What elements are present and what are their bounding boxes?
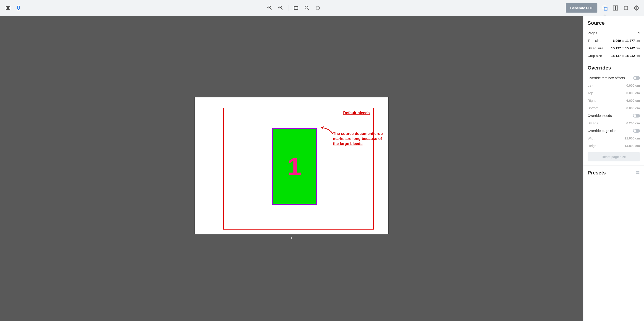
svg-text:1: 1 <box>306 7 307 9</box>
height-value: 14.800 cm <box>624 144 640 148</box>
svg-rect-0 <box>6 7 8 10</box>
crop-mark <box>265 128 271 128</box>
svg-point-29 <box>636 7 638 9</box>
tab-source-icon[interactable] <box>602 5 608 11</box>
page-number: 1 <box>288 152 302 181</box>
page-label: 1 <box>291 236 292 240</box>
svg-line-9 <box>281 9 283 10</box>
top-value: 0.000 cm <box>626 91 640 95</box>
bleed-size-value: 15.137 x 15.242cm <box>611 47 640 50</box>
crop-mark <box>272 121 272 127</box>
generate-pdf-button[interactable]: Generate PDF <box>566 3 598 13</box>
top-label: Top <box>588 91 593 95</box>
crop-mark <box>318 205 324 205</box>
source-title: Source <box>588 20 640 26</box>
crop-mark <box>317 205 317 211</box>
bleed-size-label: Bleed size <box>588 46 603 50</box>
override-bleeds-label: Override bleeds <box>588 114 612 118</box>
svg-marker-34 <box>321 126 324 129</box>
svg-rect-37 <box>636 173 638 174</box>
canvas-area[interactable]: 1 Default bleeds The source document cro… <box>0 16 583 321</box>
page-preview: 1 Default bleeds The source document cro… <box>194 97 389 234</box>
presets-grid-icon[interactable] <box>636 171 640 175</box>
zoom-actual-icon[interactable]: 1 <box>304 5 310 12</box>
separator <box>288 5 288 11</box>
left-value: 0.000 cm <box>626 84 640 87</box>
pages-label: Pages <box>588 31 598 35</box>
trim-size-value: 6.969 x 11.777cm <box>613 39 640 43</box>
override-bleeds-toggle[interactable] <box>633 114 640 118</box>
svg-rect-23 <box>624 6 628 10</box>
svg-point-28 <box>634 6 638 10</box>
svg-rect-35 <box>636 171 638 172</box>
crop-mark <box>265 205 271 205</box>
right-value: 6.600 cm <box>626 99 640 102</box>
reset-pagesize-button[interactable]: Reset page size <box>588 152 640 161</box>
zoom-out-icon[interactable] <box>266 5 273 12</box>
annotation-cropmarks: The source document crop marks are long … <box>333 131 383 146</box>
fit-width-icon[interactable] <box>292 5 300 12</box>
crop-mark <box>272 205 272 211</box>
width-label: Width <box>588 136 596 140</box>
height-label: Height <box>588 144 598 148</box>
crop-mark <box>317 121 317 127</box>
zoom-in-icon[interactable] <box>277 5 284 12</box>
svg-line-6 <box>270 9 272 10</box>
override-pagesize-label: Override page size <box>588 129 616 133</box>
presets-title: Presets <box>588 170 606 176</box>
width-value: 21.000 cm <box>624 137 640 140</box>
svg-rect-38 <box>638 173 640 174</box>
svg-rect-2 <box>17 6 20 9</box>
bottom-label: Bottom <box>588 106 598 110</box>
crop-size-label: Crop size <box>588 54 602 58</box>
right-label: Right <box>588 99 596 102</box>
view-spread-icon[interactable] <box>4 5 12 12</box>
side-panel: Source Pages 1 Trim size 6.969 x 11.777c… <box>583 16 644 321</box>
svg-rect-36 <box>638 171 640 172</box>
bleeds-label: Bleeds <box>588 121 598 125</box>
svg-line-15 <box>308 9 309 10</box>
crop-size-value: 15.137 x 15.242cm <box>611 54 640 58</box>
left-label: Left <box>588 84 593 87</box>
bleeds-value: 0.200 cm <box>626 121 640 125</box>
view-single-icon[interactable] <box>15 5 22 12</box>
override-trimbox-toggle[interactable] <box>633 76 640 80</box>
zoom-fit-icon[interactable] <box>314 5 321 12</box>
overrides-title: Overrides <box>588 65 640 71</box>
toolbar: 1 Generate PDF <box>0 0 644 16</box>
override-pagesize-toggle[interactable] <box>633 129 640 133</box>
override-trimbox-label: Override trim box offsets <box>588 76 625 80</box>
trim-rectangle: 1 <box>272 128 317 205</box>
pages-value: 1 <box>638 31 640 35</box>
tab-layout-icon[interactable] <box>612 5 618 11</box>
arrow-icon <box>320 126 336 137</box>
annotation-bleeds: Default bleeds <box>343 111 370 115</box>
bottom-value: 0.000 cm <box>626 106 640 110</box>
svg-rect-1 <box>8 7 10 10</box>
trim-size-label: Trim size <box>588 39 601 43</box>
tab-marks-icon[interactable] <box>623 5 629 11</box>
tab-registration-icon[interactable] <box>634 5 640 11</box>
